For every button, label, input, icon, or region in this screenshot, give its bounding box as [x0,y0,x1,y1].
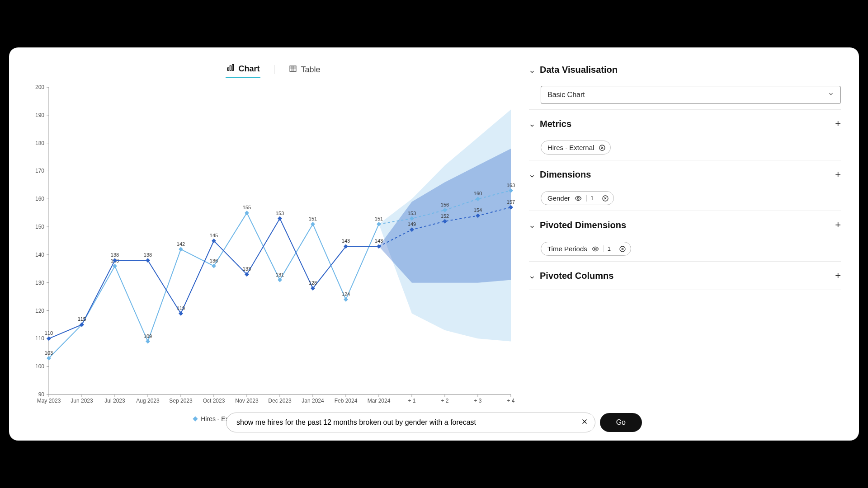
chip-label: Hires - External [547,144,594,151]
svg-rect-1 [230,66,231,71]
svg-text:128: 128 [309,280,317,286]
chevron-down-icon [529,171,535,178]
svg-text:157: 157 [507,199,515,205]
svg-rect-72 [245,211,249,215]
svg-text:Jan 2024: Jan 2024 [302,398,324,404]
svg-text:138: 138 [111,252,119,258]
app-card: Chart Table 9010011012013014015016017018… [9,47,859,441]
svg-text:110: 110 [35,335,44,342]
tab-chart-label: Chart [238,64,259,74]
svg-rect-104 [278,216,282,221]
svg-text:142: 142 [177,241,185,247]
tab-table[interactable]: Table [288,62,321,78]
svg-text:140: 140 [35,252,44,258]
svg-text:160: 160 [474,191,482,196]
add-pivcol-button[interactable]: + [835,270,841,282]
chip-gender[interactable]: Gender 1 [541,191,614,205]
svg-text:149: 149 [408,221,416,227]
chart-bar-icon [226,64,235,74]
section-dataviz-body: Basic Chart [529,83,841,110]
svg-text:124: 124 [342,291,350,297]
svg-rect-66 [146,339,150,344]
svg-text:200: 200 [35,84,44,90]
svg-text:136: 136 [210,258,218,263]
svg-text:90: 90 [38,391,45,398]
svg-text:155: 155 [243,205,251,210]
svg-text:190: 190 [35,112,44,118]
section-pivoted-dimensions[interactable]: Pivoted Dimensions + [529,216,841,235]
svg-text:119: 119 [177,305,185,311]
svg-text:153: 153 [408,211,416,216]
chip-label: Gender [547,194,570,202]
svg-text:Nov 2023: Nov 2023 [235,398,259,404]
chevron-down-icon [529,272,535,279]
svg-text:156: 156 [441,202,449,207]
section-dimensions-body: Gender 1 [529,188,841,211]
svg-text:109: 109 [144,333,152,339]
remove-chip-button[interactable] [599,144,606,151]
svg-text:Mar 2024: Mar 2024 [368,398,391,404]
eye-icon[interactable] [575,195,582,202]
svg-text:138: 138 [144,252,152,258]
chevron-down-icon [529,222,535,228]
chip-label: Time Periods [547,245,587,253]
add-pivdim-button[interactable]: + [835,219,841,231]
svg-point-121 [577,197,579,199]
section-pivdim-title: Pivoted Dimensions [540,220,626,230]
chart-area: 90100110120130140150160170180190200May 2… [27,83,520,413]
view-tabs: Chart Table [27,61,520,78]
chevron-down-icon [529,67,535,73]
svg-text:103: 103 [45,350,53,356]
svg-text:143: 143 [342,238,350,244]
svg-rect-0 [228,68,229,70]
chip-hires-external[interactable]: Hires - External [541,141,611,155]
svg-text:151: 151 [309,216,317,221]
add-dimension-button[interactable]: + [835,169,841,180]
tab-table-label: Table [301,65,320,75]
svg-text:153: 153 [276,211,284,216]
section-metrics[interactable]: Metrics + [529,114,841,133]
clear-icon[interactable] [580,418,589,427]
svg-text:152: 152 [441,213,449,219]
svg-text:143: 143 [375,238,383,244]
svg-text:154: 154 [474,207,482,213]
section-metrics-body: Hires - External [529,138,841,160]
svg-text:110: 110 [45,330,53,336]
chart-panel: Chart Table 9010011012013014015016017018… [9,47,524,441]
svg-text:Jul 2023: Jul 2023 [104,398,125,404]
svg-text:+ 3: + 3 [474,398,481,404]
nl-query-input[interactable] [236,418,580,427]
svg-text:Oct 2023: Oct 2023 [203,398,225,404]
add-metric-button[interactable]: + [835,118,841,130]
remove-chip-button[interactable] [602,195,609,202]
svg-rect-96 [146,258,150,263]
svg-text:180: 180 [35,140,44,146]
dataviz-select-value: Basic Chart [547,91,585,99]
chevron-down-icon [828,91,834,99]
svg-text:160: 160 [35,196,44,202]
dataviz-select[interactable]: Basic Chart [541,86,841,104]
remove-chip-button[interactable] [619,245,626,253]
svg-text:145: 145 [210,233,218,238]
svg-text:115: 115 [78,316,86,322]
svg-rect-2 [232,65,234,71]
section-dimensions[interactable]: Dimensions + [529,165,841,184]
nl-query-input-wrap[interactable] [226,413,595,432]
section-pivcol-title: Pivoted Columns [540,271,613,281]
section-pivoted-columns[interactable]: Pivoted Columns + [529,266,841,290]
svg-text:100: 100 [35,363,44,370]
svg-text:May 2023: May 2023 [37,398,61,404]
tab-chart[interactable]: Chart [226,61,260,78]
eye-icon[interactable] [592,245,599,253]
svg-rect-78 [344,297,348,302]
section-dimensions-title: Dimensions [540,169,591,180]
svg-rect-70 [212,264,216,268]
nl-query-bar: Go [226,413,642,432]
svg-rect-98 [179,311,183,316]
line-chart: 90100110120130140150160170180190200May 2… [27,83,520,413]
svg-rect-3 [290,66,297,71]
go-button[interactable]: Go [600,413,642,432]
svg-text:Feb 2024: Feb 2024 [335,398,358,404]
chip-time-periods[interactable]: Time Periods 1 [541,242,631,256]
section-data-visualisation[interactable]: Data Visualisation [529,61,841,79]
